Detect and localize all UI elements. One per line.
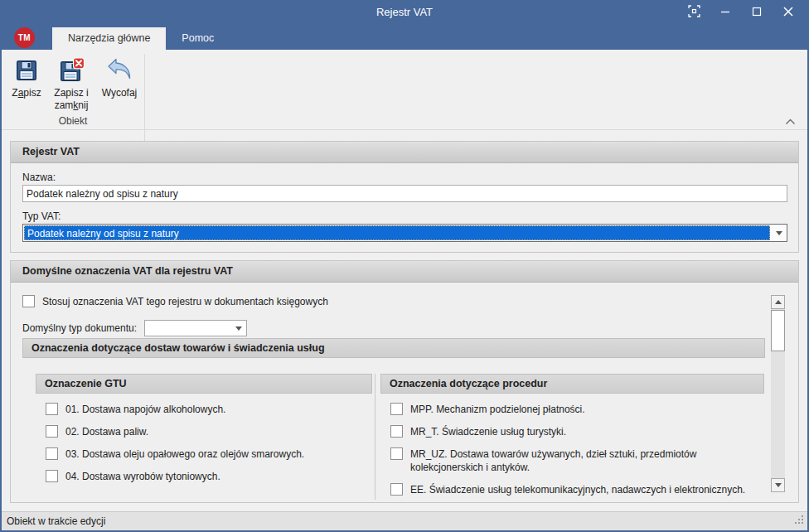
default-doc-type-dropdown-button[interactable]	[231, 321, 246, 336]
register-section: Rejestr VAT Nazwa: Typ VAT: Podatek nale…	[10, 141, 799, 253]
vat-type-field-label: Typ VAT:	[22, 210, 61, 222]
checkbox-item[interactable]: 03. Dostawa oleju opałowego oraz olejów …	[36, 447, 372, 461]
ribbon-group-label: Obiekt	[2, 114, 144, 128]
ribbon: Zapisz Zapisz izamknij	[2, 50, 807, 130]
procedures-column-header: Oznaczenia dotyczące procedur	[380, 374, 764, 394]
checkbox-label: 03. Dostawa oleju opałowego oraz olejów …	[65, 447, 304, 461]
default-doc-type-value	[145, 321, 231, 336]
apply-markings-checkbox[interactable]	[22, 295, 35, 307]
status-bar: Obiekt w trakcie edycji	[2, 511, 807, 530]
vat-type-selected-value: Podatek należny od spisu z natury	[24, 225, 770, 240]
default-vat-markings-section: Domyślne oznaczenia VAT dla rejestru VAT…	[10, 260, 799, 503]
scroll-up-button[interactable]	[771, 295, 785, 309]
triangle-up-icon	[775, 300, 782, 304]
apply-markings-label: Stosuj oznaczenia VAT tego rejestru w do…	[42, 296, 328, 307]
chevron-down-icon	[776, 231, 782, 235]
gtu-column: Oznaczenie GTU 01. Dostawa napojów alkoh…	[36, 374, 372, 503]
goods-services-markings-title: Oznaczenia dotyczące dostaw towarów i św…	[22, 338, 765, 358]
checkbox-item[interactable]: MR_T. Świadczenie usług turystyki.	[380, 425, 764, 438]
checkbox-item[interactable]: MR_UZ. Dostawa towarów używanych, dzieł …	[380, 447, 764, 474]
undo-button[interactable]: Wycofaj	[95, 54, 143, 99]
undo-button-label: Wycofaj	[102, 87, 138, 99]
fit-window-button[interactable]	[678, 0, 710, 25]
window-controls	[678, 0, 804, 25]
close-button[interactable]	[773, 0, 804, 25]
default-vat-markings-title: Domyślne oznaczenia VAT dla rejestru VAT	[11, 261, 798, 283]
vertical-scrollbar[interactable]	[771, 295, 785, 492]
checkbox[interactable]	[46, 425, 58, 438]
title-bar: Rejestr VAT	[0, 0, 809, 25]
save-and-close-button-label: Zapisz izamknij	[54, 87, 88, 112]
checkbox[interactable]	[46, 447, 58, 460]
checkbox-item[interactable]: MPP. Mechanizm podzielonej płatności.	[380, 403, 764, 416]
ribbon-tab-bar: TM Narzędzia główne Pomoc	[0, 25, 809, 50]
resize-grip-icon[interactable]	[794, 515, 805, 528]
apply-markings-checkbox-row[interactable]: Stosuj oznaczenia VAT tego rejestru w do…	[22, 295, 328, 307]
status-text: Obiekt w trakcie edycji	[7, 512, 105, 530]
checkbox-label: 01. Dostawa napojów alkoholowych.	[65, 403, 225, 416]
checkbox-label: MR_UZ. Dostawa towarów używanych, dzieł …	[410, 447, 764, 474]
minimize-icon	[720, 7, 730, 19]
name-field-label: Nazwa:	[22, 172, 56, 183]
checkbox[interactable]	[390, 425, 403, 438]
procedures-column: Oznaczenia dotyczące procedur MPP. Mecha…	[380, 374, 764, 503]
minimize-button[interactable]	[710, 0, 741, 25]
checkbox-item[interactable]: 04. Dostawa wyrobów tytoniowych.	[36, 470, 372, 483]
undo-arrow-icon	[106, 57, 133, 84]
chevron-down-icon	[235, 326, 242, 331]
checkbox-item[interactable]: 02. Dostawa paliw.	[36, 425, 372, 438]
checkbox-item[interactable]: 01. Dostawa napojów alkoholowych.	[36, 403, 372, 416]
scrollbar-thumb[interactable]	[771, 310, 785, 351]
name-input[interactable]	[22, 185, 787, 202]
goods-services-markings-panel: Oznaczenia dotyczące dostaw towarów i św…	[22, 338, 765, 503]
checkbox-label: EE. Świadczenie usług telekomunikacyjnyc…	[410, 483, 745, 496]
close-icon	[782, 6, 794, 20]
checkbox-label: MR_T. Świadczenie usług turystyki.	[410, 425, 566, 438]
fit-icon	[688, 5, 700, 20]
app-window: Rejestr VAT	[0, 0, 809, 532]
gtu-checkbox-list: 01. Dostawa napojów alkoholowych.02. Dos…	[36, 394, 372, 503]
procedures-checkbox-list: MPP. Mechanizm podzielonej płatności.MR_…	[380, 394, 764, 503]
checkbox-label: MPP. Mechanizm podzielonej płatności.	[410, 403, 585, 416]
checkbox-label: 02. Dostawa paliw.	[65, 425, 148, 438]
maximize-button[interactable]	[741, 0, 773, 25]
gtu-column-header: Oznaczenie GTU	[36, 374, 372, 394]
save-button-label: Zapisz	[12, 87, 41, 99]
checkbox[interactable]	[390, 483, 403, 496]
vat-type-dropdown-button[interactable]	[771, 225, 787, 241]
checkbox[interactable]	[46, 470, 58, 482]
save-button[interactable]: Zapisz	[6, 54, 47, 99]
scroll-down-button[interactable]	[771, 478, 785, 492]
column-divider	[375, 374, 375, 500]
checkbox-item[interactable]: EE. Świadczenie usług telekomunikacyjnyc…	[380, 483, 764, 496]
collapse-ribbon-button[interactable]	[785, 116, 797, 124]
checkbox[interactable]	[390, 447, 403, 460]
checkbox-label: 04. Dostawa wyrobów tytoniowych.	[65, 470, 220, 483]
save-floppy-icon	[13, 57, 40, 84]
save-and-close-button[interactable]: Zapisz izamknij	[48, 54, 94, 112]
save-close-floppy-icon	[58, 57, 85, 84]
checkbox[interactable]	[390, 403, 403, 415]
maximize-icon	[752, 7, 762, 19]
chevron-up-icon	[785, 116, 796, 128]
tab-narzedzia-glowne[interactable]: Narzędzia główne	[52, 27, 166, 50]
triangle-down-icon	[775, 483, 782, 487]
default-doc-type-label: Domyślny typ dokumentu:	[22, 322, 137, 334]
checkbox[interactable]	[46, 403, 58, 415]
default-doc-type-combobox[interactable]	[144, 320, 247, 336]
app-logo[interactable]: TM	[14, 27, 35, 48]
register-section-title: Rejestr VAT	[11, 142, 798, 163]
tab-pomoc[interactable]: Pomoc	[166, 27, 230, 50]
vat-type-combobox[interactable]: Podatek należny od spisu z natury	[22, 224, 787, 242]
